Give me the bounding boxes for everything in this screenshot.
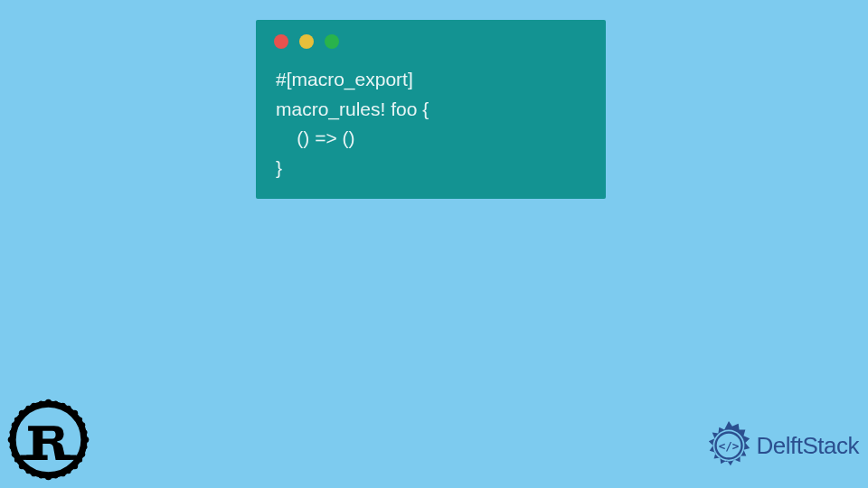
svg-point-30 <box>9 445 14 449</box>
code-line-2: macro_rules! foo { <box>276 99 429 119</box>
delftstack-gear-icon: </> <box>703 419 755 472</box>
svg-point-7 <box>19 463 25 469</box>
svg-point-6 <box>71 410 78 417</box>
svg-point-18 <box>78 417 82 421</box>
svg-rect-34 <box>62 455 77 460</box>
window-close-dot <box>274 34 288 49</box>
rust-logo-icon <box>5 397 91 483</box>
code-line-4: } <box>276 157 282 178</box>
svg-point-15 <box>80 422 85 427</box>
svg-point-11 <box>31 471 36 476</box>
svg-point-24 <box>66 469 71 474</box>
svg-point-28 <box>53 474 58 478</box>
window-controls <box>256 20 606 56</box>
svg-point-4 <box>82 436 89 443</box>
svg-point-29 <box>9 430 14 435</box>
code-block: #[macro_export] macro_rules! foo { () =>… <box>256 56 606 183</box>
delftstack-text: DelftStack <box>757 432 860 460</box>
svg-point-27 <box>39 474 43 478</box>
delftstack-logo: </> DelftStack <box>703 419 860 472</box>
svg-point-2 <box>45 474 52 480</box>
svg-point-12 <box>60 471 65 476</box>
svg-point-5 <box>19 410 25 417</box>
code-line-3: () => () <box>276 127 355 148</box>
svg-point-9 <box>31 403 36 408</box>
svg-point-10 <box>60 403 65 408</box>
window-maximize-dot <box>325 34 339 49</box>
svg-point-25 <box>39 400 43 405</box>
svg-point-20 <box>78 457 82 462</box>
svg-point-31 <box>82 430 87 435</box>
svg-point-1 <box>45 399 52 406</box>
svg-point-21 <box>25 406 30 410</box>
svg-point-32 <box>82 445 87 449</box>
svg-point-19 <box>14 457 19 462</box>
svg-point-8 <box>71 463 78 469</box>
svg-text:</>: </> <box>718 439 739 453</box>
svg-point-22 <box>66 406 71 410</box>
svg-point-14 <box>12 451 17 456</box>
code-window: #[macro_export] macro_rules! foo { () =>… <box>256 20 606 199</box>
svg-point-23 <box>25 469 30 474</box>
svg-point-16 <box>80 451 85 456</box>
svg-rect-33 <box>20 455 34 460</box>
svg-point-26 <box>53 400 58 405</box>
svg-point-17 <box>14 417 19 421</box>
window-minimize-dot <box>299 34 314 49</box>
svg-point-3 <box>8 436 14 443</box>
svg-point-13 <box>12 422 17 427</box>
code-line-1: #[macro_export] <box>276 69 413 89</box>
